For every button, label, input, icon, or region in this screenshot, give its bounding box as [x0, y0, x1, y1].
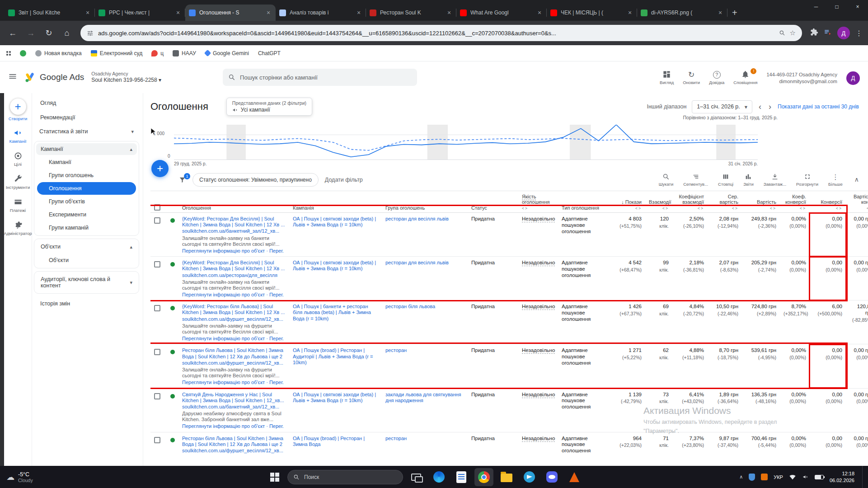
- campaign-cell[interactable]: ОА | Пошук | святкові заходи (beta) | Ль…: [289, 388, 382, 432]
- select-all-checkbox[interactable]: [154, 204, 160, 211]
- ad-title-link[interactable]: {KeyWord: Ресторан Для Весілля} | Soul K…: [182, 260, 286, 272]
- bookmark-item[interactable]: НААУ: [173, 50, 196, 56]
- collapse-panel-icon[interactable]: ∧: [854, 176, 859, 183]
- column-header[interactable]: ↓ Коеф. конверсії <>: [780, 191, 810, 213]
- zoom-search-icon[interactable]: [779, 30, 785, 36]
- column-header[interactable]: ↓ Вартість конв. <>: [846, 191, 868, 213]
- ad-display-url[interactable]: soulkitchen.com.ua/банкетний_зал/12_хв..…: [182, 228, 286, 234]
- tab-close-icon[interactable]: ×: [626, 9, 633, 16]
- discord-app-button[interactable]: [542, 468, 561, 486]
- tab-close-icon[interactable]: ×: [84, 9, 91, 16]
- ad-action-links[interactable]: Переглянути інформацію про об'єкт · Пере…: [182, 336, 286, 342]
- chrome-app-button[interactable]: [474, 468, 493, 486]
- ad-display-url[interactable]: soulkitchen.com.ua/ресторан/для_весілля: [182, 272, 286, 278]
- security-shield-icon[interactable]: [749, 474, 755, 481]
- ad-display-url[interactable]: soulkitchen.com.ua/фуршет_весілля/12_хв.…: [182, 316, 286, 322]
- ad-action-links[interactable]: Переглянути інформацію про об'єкт · Пере…: [182, 380, 286, 385]
- tab-close-icon[interactable]: ×: [717, 9, 724, 16]
- browser-tab[interactable]: di-AYRS6R.png ( ×: [637, 5, 727, 21]
- date-prev-button[interactable]: ‹: [758, 102, 762, 112]
- row-checkbox[interactable]: [154, 437, 160, 443]
- media-playlist-icon[interactable]: [824, 28, 832, 38]
- column-header[interactable]: ↓ Кампанія <>: [289, 191, 382, 213]
- column-header[interactable]: ↓ Статус <>: [468, 191, 518, 213]
- browser-tab[interactable]: Ресторан Soul K ×: [366, 5, 456, 21]
- row-checkbox[interactable]: [154, 305, 160, 311]
- column-header[interactable]: ↓ Взаємодії <>: [645, 191, 672, 213]
- nav-item-campaigns-child[interactable]: Групи оголошень: [37, 169, 136, 182]
- wifi-icon[interactable]: [789, 474, 796, 480]
- column-header[interactable]: ↓ Тип оголошення <>: [558, 191, 605, 213]
- rail-item-campaigns[interactable]: Кампанії: [4, 128, 32, 144]
- tab-close-icon[interactable]: ×: [355, 9, 362, 16]
- row-checkbox-cell[interactable]: [150, 300, 167, 344]
- browser-menu-icon[interactable]: ⋮: [855, 29, 863, 38]
- taskbar-search-input[interactable]: Поиск: [287, 470, 403, 484]
- window-minimize-button[interactable]: ─: [806, 0, 826, 14]
- nav-group-audiences[interactable]: Аудиторії, ключові слова й контент▾: [34, 272, 139, 292]
- campaign-cell[interactable]: ОА | Пошук | святкові заходи (beta) | Ль…: [289, 257, 382, 300]
- ad-group-cell[interactable]: ресторан біля львова: [382, 300, 468, 344]
- ad-title-link[interactable]: {KeyWord: Ресторан біля Львова} | Soul K…: [182, 304, 286, 315]
- battery-icon[interactable]: [815, 475, 824, 479]
- ad-group-cell[interactable]: ресторан для весілля львів: [382, 257, 468, 300]
- rail-item-goals[interactable]: Цілі: [4, 151, 32, 167]
- ads-search-input[interactable]: Пошук сторінки або кампанії: [223, 69, 417, 86]
- nav-group-assets[interactable]: Об'єкти▴: [34, 240, 139, 253]
- notifications-button[interactable]: ! Сповіщення: [733, 70, 757, 85]
- filter-funnel-button[interactable]: 1: [178, 176, 186, 184]
- hidden-icons-chevron[interactable]: ∧: [739, 474, 743, 480]
- tab-close-icon[interactable]: ×: [536, 9, 543, 16]
- rail-item-admin[interactable]: Адміністратор: [4, 221, 32, 236]
- vlc-app-button[interactable]: [565, 468, 584, 486]
- add-filter-button[interactable]: Додати фільтр: [325, 177, 363, 183]
- download-tool-button[interactable]: Завантаж...: [764, 173, 786, 187]
- ad-action-links[interactable]: Переглянути інформацію про об'єкт · Пере…: [182, 292, 286, 298]
- document-app-button[interactable]: [452, 468, 471, 486]
- campaign-cell[interactable]: ОА | Пошук (broad) | Ресторан | Зимна Во…: [289, 432, 382, 455]
- edge-app-button[interactable]: [429, 468, 448, 486]
- tab-close-icon[interactable]: ×: [446, 9, 453, 16]
- window-maximize-button[interactable]: □: [826, 0, 847, 14]
- ad-group-cell[interactable]: ресторан: [382, 344, 468, 388]
- window-close-button[interactable]: ×: [847, 0, 868, 14]
- address-bar[interactable]: ads.google.com/aw/ads?ocid=1449641980&wo…: [80, 25, 802, 41]
- ad-title-link[interactable]: Ресторан біля Львова | Soul Kitchen | Зи…: [182, 436, 286, 447]
- refresh-button[interactable]: ↻ Оновити: [683, 71, 700, 85]
- browser-tab[interactable]: Аналіз товарів і ×: [276, 5, 366, 21]
- select-all-header[interactable]: [150, 191, 167, 213]
- ad-group-cell[interactable]: заклади львова для святкування дня народ…: [382, 388, 468, 432]
- taskbar-clock[interactable]: 12:18 06.02.2026: [830, 470, 854, 484]
- home-button[interactable]: ⌂: [60, 26, 74, 40]
- segment-tool-button[interactable]: Сегментув...: [683, 173, 708, 187]
- browser-tab[interactable]: What Are Googl ×: [456, 5, 547, 21]
- row-checkbox-cell[interactable]: [150, 344, 167, 388]
- column-header[interactable]: ↓ Конверсії <>: [810, 191, 846, 213]
- hamburger-menu-icon[interactable]: [8, 72, 17, 83]
- row-checkbox-cell[interactable]: [150, 388, 167, 432]
- nav-item-assets-child[interactable]: Об'єкти: [37, 254, 136, 267]
- green-app-icon[interactable]: [20, 50, 26, 56]
- tab-close-icon[interactable]: ×: [265, 9, 272, 16]
- ad-title-link[interactable]: Святкуй День Народження у Нас | Soul Kit…: [182, 392, 286, 404]
- show-desktop-button[interactable]: [862, 466, 864, 488]
- ad-action-links[interactable]: Переглянути інформацію про об'єкт · Пере…: [182, 248, 286, 254]
- bookmark-star-icon[interactable]: ☆: [790, 29, 796, 37]
- appearance-button[interactable]: Вигляд: [660, 70, 674, 85]
- ad-display-url[interactable]: soulkitchen.com.ua/фуршет_весілля/12_хв.…: [182, 448, 286, 454]
- row-checkbox[interactable]: [154, 217, 160, 224]
- ad-display-url[interactable]: soulkitchen.com.ua/банкетний_зал/12_хв..…: [182, 404, 286, 410]
- nav-item-campaigns-child[interactable]: Кампанії: [37, 156, 136, 169]
- nav-item-campaigns-child[interactable]: Групи кампаній: [37, 221, 136, 234]
- nav-item-campaigns-child[interactable]: Експерименти: [37, 208, 136, 221]
- new-tab-button[interactable]: +: [732, 8, 737, 17]
- forward-button[interactable]: →: [23, 26, 38, 40]
- telegram-app-button[interactable]: [520, 468, 539, 486]
- tab-close-icon[interactable]: ×: [174, 9, 182, 16]
- ad-group-cell[interactable]: ресторан: [382, 432, 468, 455]
- column-header[interactable]: ↓ Покази <>: [605, 191, 645, 213]
- reload-button[interactable]: ↻: [42, 26, 56, 40]
- bookmark-item[interactable]: Електронний суд: [91, 50, 143, 56]
- browser-tab[interactable]: Оголошення - S ×: [185, 5, 276, 21]
- campaign-cell[interactable]: ОА | Пошук | банкети + ресторан біля льв…: [289, 300, 382, 344]
